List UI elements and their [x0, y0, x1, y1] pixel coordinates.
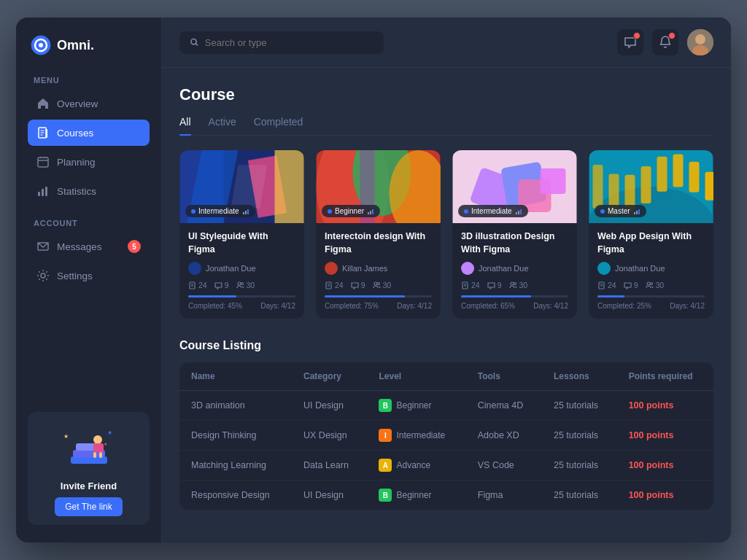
sidebar-item-planning[interactable]: Planning: [28, 149, 150, 175]
sidebar-item-messages[interactable]: Messages 5: [28, 233, 150, 260]
row-lessons: 25 tutorials: [542, 481, 617, 510]
card-meta: 24 9 30: [325, 281, 432, 289]
card-body: Interectoin design With Figma Killan Jam…: [316, 223, 441, 319]
nav-label-settings: Settings: [57, 271, 93, 281]
row-lessons: 25 tutorials: [542, 391, 617, 421]
svg-rect-16: [93, 452, 96, 458]
notifications-icon-btn[interactable]: [652, 29, 678, 55]
table-row[interactable]: Matching Learning Data Learn A Advance V…: [179, 451, 713, 481]
course-card[interactable]: Intermediate UI Styleguide With Figma Jo…: [179, 150, 304, 319]
author-name: Jonathan Due: [615, 264, 665, 273]
sidebar-item-courses[interactable]: Courses: [28, 120, 150, 146]
progress-fill: [597, 295, 624, 298]
course-card[interactable]: Master Web App Design With Figma Jonatha…: [589, 150, 713, 319]
home-icon: [36, 97, 50, 110]
nav-label-courses: Courses: [57, 128, 93, 139]
svg-point-22: [695, 34, 705, 44]
course-listing-table: Name Category Level Tools Lessons Points…: [179, 362, 713, 510]
author-name: Killan James: [342, 264, 387, 273]
nav-label-statistics: Statistics: [57, 186, 96, 197]
svg-rect-28: [275, 150, 304, 223]
row-points: 100 points: [617, 451, 713, 481]
svg-point-45: [374, 282, 377, 285]
sidebar-bottom: ★ ★ ★ Invite Friend Get The link: [28, 412, 150, 525]
sidebar-item-statistics[interactable]: Statistics: [28, 178, 150, 204]
tab-all[interactable]: All: [179, 116, 191, 135]
course-card[interactable]: Beginner Interectoin design With Figma K…: [316, 150, 441, 319]
svg-rect-66: [689, 162, 700, 192]
svg-rect-67: [705, 172, 714, 201]
files-count: 24: [597, 281, 616, 289]
course-card[interactable]: Intermediate 3D illustration Design With…: [452, 150, 577, 319]
logo: Omni.: [28, 35, 150, 55]
svg-rect-68: [634, 212, 635, 214]
author-avatar: [461, 262, 474, 275]
search-box[interactable]: [179, 31, 384, 54]
svg-rect-64: [657, 157, 667, 192]
card-meta: 24 9 30: [461, 281, 568, 289]
card-author: Killan James: [325, 262, 432, 275]
svg-point-56: [511, 282, 514, 285]
card-footer: Completed: 75% Days: 4/12: [325, 302, 432, 310]
svg-rect-70: [638, 209, 640, 214]
book-icon: [36, 126, 50, 139]
completed-text: Completed: 75%: [325, 302, 379, 310]
card-author: Jonathan Due: [461, 262, 568, 275]
row-tools: Adobe XD: [466, 421, 542, 451]
card-thumbnail: Intermediate: [452, 150, 577, 223]
row-lessons: 25 tutorials: [542, 451, 617, 481]
course-level-badge: Intermediate: [458, 205, 528, 217]
table-row[interactable]: Design Thinking UX Design I Intermediate…: [179, 421, 713, 451]
row-level: B Beginner: [367, 481, 465, 510]
row-category: Data Learn: [292, 451, 367, 481]
user-avatar[interactable]: [687, 29, 713, 55]
sidebar-item-overview[interactable]: Overview: [28, 90, 150, 117]
svg-rect-7: [42, 189, 44, 196]
messages-icon-btn[interactable]: [617, 29, 643, 55]
svg-text:★: ★: [104, 442, 107, 446]
progress-bar: [597, 295, 705, 298]
search-input[interactable]: [205, 37, 374, 48]
topbar-icons: [617, 29, 713, 55]
students-count: 30: [646, 281, 665, 289]
row-points: 100 points: [617, 421, 713, 451]
invite-button[interactable]: Get The link: [55, 497, 122, 516]
svg-rect-6: [38, 192, 40, 196]
svg-point-34: [238, 282, 241, 285]
table-row[interactable]: Responsive Design UI Design B Beginner F…: [179, 481, 713, 510]
page-title: Course: [179, 85, 713, 104]
files-count: 24: [461, 281, 480, 289]
card-thumbnail: Intermediate: [179, 150, 304, 223]
nav-label-messages: Messages: [57, 241, 102, 252]
svg-rect-69: [636, 211, 638, 214]
svg-rect-63: [641, 166, 651, 203]
tab-active[interactable]: Active: [209, 116, 236, 135]
row-points: 100 points: [617, 481, 713, 510]
svg-rect-51: [541, 168, 566, 194]
svg-rect-53: [518, 211, 519, 214]
progress-fill: [461, 295, 531, 298]
nav-label-planning: Planning: [57, 157, 96, 168]
comment-icon: [214, 281, 222, 289]
author-avatar: [188, 262, 201, 275]
progress-bar: [188, 295, 295, 298]
svg-point-20: [191, 39, 196, 44]
days-text: Days: 4/12: [260, 302, 295, 310]
svg-rect-15: [99, 452, 102, 458]
file-icon: [188, 281, 196, 289]
sidebar: Omni. Menu Overview Courses: [16, 18, 162, 542]
days-text: Days: 4/12: [670, 302, 705, 310]
progress-fill: [188, 295, 236, 298]
tab-completed[interactable]: Completed: [254, 116, 303, 135]
completed-text: Completed: 45%: [188, 302, 242, 310]
sidebar-item-settings[interactable]: Settings: [28, 262, 150, 289]
logo-text: Omni.: [57, 38, 94, 53]
table-row[interactable]: 3D animation UI Design B Beginner Cinema…: [179, 391, 713, 421]
row-name: Matching Learning: [179, 451, 292, 481]
card-author: Jonathan Due: [188, 262, 295, 275]
main-nav: Overview Courses Planning: [28, 90, 150, 207]
comment-icon: [487, 281, 495, 289]
card-thumbnail: Beginner: [316, 150, 441, 223]
card-title: Web App Design With Figma: [597, 230, 705, 256]
calendar-icon: [36, 155, 50, 168]
